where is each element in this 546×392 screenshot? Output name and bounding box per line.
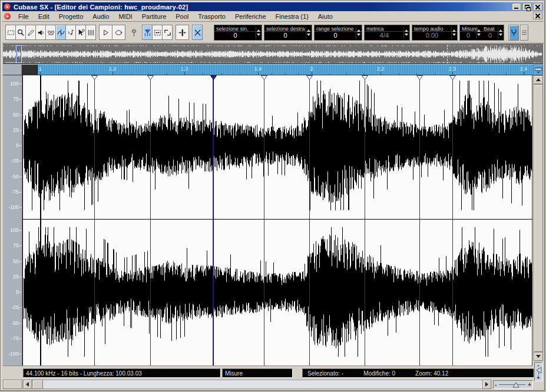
value-spinner[interactable] — [256, 26, 261, 39]
spinner-up-icon[interactable] — [307, 29, 310, 32]
ruler-minor-tick — [298, 73, 299, 75]
spinner-up-icon[interactable] — [405, 29, 408, 32]
scroll-left-button[interactable] — [23, 380, 32, 389]
minimize-button[interactable] — [512, 3, 521, 11]
range-selection-tool-icon — [6, 28, 15, 38]
zoom-tool-button[interactable] — [15, 25, 26, 40]
menu-item-audio[interactable]: Audio — [88, 12, 114, 21]
value-spinner[interactable] — [476, 26, 481, 39]
menu-item-progetto[interactable]: Progetto — [54, 12, 88, 21]
v-zoom-handle[interactable] — [536, 367, 542, 374]
zoom-in-icon[interactable]: + — [535, 375, 541, 381]
h-zoom-slider[interactable]: - + — [493, 380, 533, 389]
scale-tick — [19, 307, 22, 308]
field-value[interactable]: 0 — [264, 32, 312, 39]
hitpoint-edit-mode-button[interactable] — [508, 25, 519, 41]
close-button[interactable] — [533, 3, 542, 11]
scroll-down-button[interactable] — [534, 352, 543, 361]
hitpoint-marker[interactable] — [261, 75, 267, 80]
overview-view-indicator[interactable] — [16, 45, 22, 63]
menu-item-midi[interactable]: MIDI — [114, 12, 137, 21]
hitpoint-marker[interactable] — [306, 75, 313, 80]
loop-button-button[interactable] — [112, 25, 125, 40]
hitpoint-marker[interactable] — [362, 75, 368, 80]
restore-button[interactable] — [522, 3, 532, 11]
field-selezione-destra: selezione destra0 — [264, 25, 312, 41]
autoscroll-button[interactable] — [75, 25, 86, 40]
autoscroll-icon — [77, 28, 85, 38]
hitpoint-marker[interactable] — [147, 75, 154, 80]
overview-strip[interactable] — [3, 44, 543, 64]
grid-bars-button[interactable] — [85, 25, 96, 40]
menu-item-periferiche[interactable]: Periferiche — [230, 12, 271, 21]
scroll-right-button[interactable] — [482, 380, 491, 389]
menu-item-edit[interactable]: Edit — [34, 12, 54, 21]
hitpoint-marker[interactable] — [449, 75, 456, 80]
hitpoint-marker-selected[interactable] — [210, 75, 217, 80]
field-value[interactable]: 0 — [315, 32, 362, 39]
range-selection-tool-button[interactable] — [5, 25, 16, 40]
hitpoint-marker[interactable] — [416, 75, 423, 80]
h-scrollbar-thumb[interactable] — [32, 380, 43, 389]
zoom-selection-button[interactable] — [152, 25, 163, 40]
menu-item-trasporto[interactable]: Trasporto — [193, 12, 230, 21]
h-scrollbar-track[interactable] — [23, 380, 482, 389]
value-spinner[interactable] — [356, 26, 361, 39]
play-tool-button[interactable] — [35, 25, 46, 40]
spinner-down-icon[interactable] — [452, 34, 456, 36]
hitpoint-marker[interactable] — [91, 75, 98, 80]
zoom-in-icon[interactable]: + — [527, 382, 532, 388]
spinner-down-icon[interactable] — [405, 34, 408, 36]
scale-label-ch2: -100 — [4, 351, 19, 357]
document-close-button[interactable] — [533, 12, 542, 19]
center-view-button[interactable] — [176, 25, 189, 40]
spinner-up-icon[interactable] — [452, 29, 456, 32]
spinner-up-icon[interactable] — [357, 29, 360, 32]
show-regions-button[interactable] — [162, 25, 173, 40]
snap-zero-crossing-button[interactable] — [55, 25, 66, 40]
value-spinner[interactable] — [451, 26, 456, 39]
v-zoom-slider[interactable]: - + — [534, 362, 542, 381]
scrub-tool-button[interactable] — [45, 25, 56, 40]
zoom-out-icon[interactable]: - — [494, 382, 498, 388]
value-spinner[interactable] — [498, 26, 503, 39]
spinner-up-icon[interactable] — [257, 29, 260, 32]
crossfade-tool-button[interactable] — [192, 25, 203, 40]
value-spinner[interactable] — [306, 26, 311, 39]
menu-item-partiture[interactable]: Partiture — [137, 12, 171, 21]
ruler-label: 1.4 — [254, 66, 262, 72]
ruler-minor-tick — [470, 73, 471, 75]
spinner-down-icon[interactable] — [307, 34, 310, 36]
field-value[interactable]: 0 — [214, 32, 262, 39]
menu-item-aiuto[interactable]: Aiuto — [313, 12, 337, 21]
audition-volume-icon — [130, 28, 138, 38]
menu-item-pool[interactable]: Pool — [171, 12, 193, 21]
value-spinner[interactable] — [403, 26, 409, 39]
spinner-down-icon[interactable] — [257, 34, 260, 36]
spinner-down-icon[interactable] — [357, 34, 360, 36]
audition-volume-button[interactable] — [128, 25, 139, 40]
minimize-icon — [514, 8, 518, 9]
spinner-up-icon[interactable] — [499, 29, 502, 32]
acoustic-feedback-button[interactable] — [65, 25, 76, 40]
display-mode-field[interactable]: Misure — [222, 368, 293, 378]
scale-label-ch1: 50 — [4, 112, 19, 118]
ruler-minor-tick — [221, 73, 222, 75]
scale-label-ch2: 50 — [4, 258, 19, 264]
draw-tool-button[interactable] — [25, 25, 36, 40]
spinner-up-icon[interactable] — [477, 29, 481, 32]
toolbar-overflow-control[interactable] — [520, 25, 528, 41]
spinner-down-icon[interactable] — [499, 34, 502, 36]
menu-item-finestra-1[interactable]: Finestra (1) — [271, 12, 313, 21]
scroll-up-button[interactable] — [534, 75, 543, 84]
waveform-display[interactable] — [22, 75, 532, 366]
show-hitpoints-button[interactable] — [142, 25, 153, 40]
ruler-options-button[interactable] — [534, 65, 543, 75]
spinner-down-icon[interactable] — [477, 34, 481, 36]
acoustic-feedback-icon — [67, 28, 75, 38]
menu-item-file[interactable]: File — [14, 12, 34, 21]
h-zoom-handle[interactable] — [512, 382, 519, 388]
timeline-ruler[interactable]: 11.21.31.422.22.32.4 — [3, 65, 534, 75]
play-button-button[interactable] — [99, 25, 112, 40]
v-scrollbar-thumb[interactable] — [534, 84, 543, 352]
